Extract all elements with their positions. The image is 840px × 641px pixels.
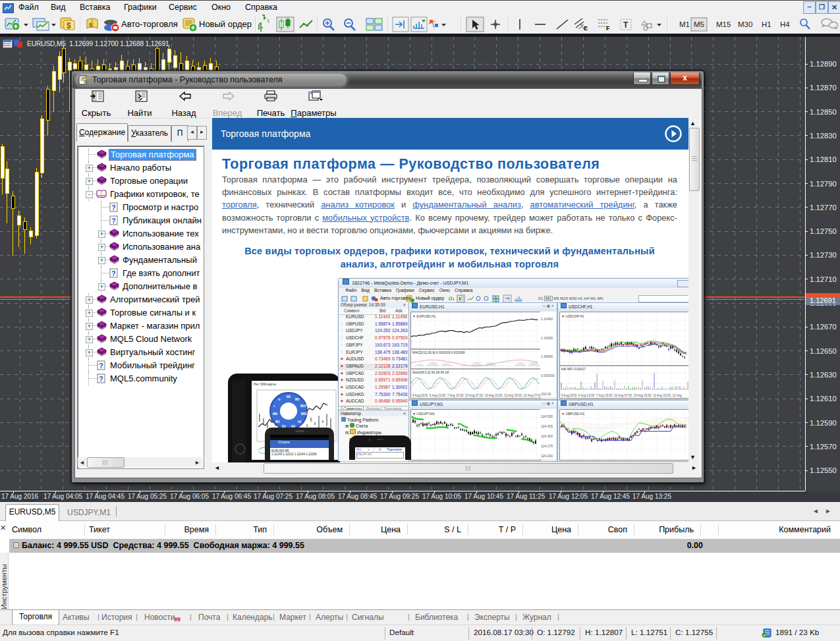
svg-text:1.12850: 1.12850 (810, 108, 837, 116)
svg-text:1.12570: 1.12570 (810, 443, 837, 451)
svg-text:M5: M5 (694, 20, 704, 28)
svg-text:1.12590: 1.12590 (810, 419, 837, 427)
svg-text:17 Aug 08:45: 17 Aug 08:45 (338, 493, 377, 500)
svg-text:17 Aug 11:25: 17 Aug 11:25 (507, 493, 546, 500)
svg-text:M15: M15 (716, 20, 731, 28)
svg-text:▼ USDJPY,M1: ▼ USDJPY,M1 (412, 412, 435, 416)
svg-text:1.12670: 1.12670 (810, 323, 837, 331)
svg-text:17 Aug 10:05: 17 Aug 10:05 (422, 493, 461, 500)
svg-text:1.12650: 1.12650 (810, 347, 837, 355)
svg-text:▼ USDCHF,H1: ▼ USDCHF,H1 (561, 314, 584, 318)
svg-text:1.12890: 1.12890 (810, 60, 837, 68)
svg-text:?: ? (82, 75, 88, 85)
svg-text:1: 1 (267, 18, 270, 24)
svg-text:17 Aug 2016: 17 Aug 2016 (1, 493, 39, 500)
svg-text:6 Aug 2015 6 Aug 23:00 7 Aug: 6 Aug 2015 6 Aug 23:00 7 Aug 15:00 10 Au… (412, 394, 540, 397)
svg-text:17 Aug 06:05: 17 Aug 06:05 (170, 493, 209, 500)
svg-text:$: $ (67, 21, 71, 30)
svg-text:bW MFI 0.03027: bW MFI 0.03027 (561, 367, 586, 371)
svg-text:1.12710: 1.12710 (810, 275, 837, 283)
svg-text:17 Aug 13:25: 17 Aug 13:25 (632, 493, 671, 500)
svg-text:17 Aug 08:05: 17 Aug 08:05 (296, 493, 335, 500)
svg-text:1.12730: 1.12730 (810, 251, 837, 259)
svg-text:MACD(12,26,9) 0.003019 0.00206: MACD(12,26,9) 0.003019 0.002069 (412, 350, 464, 354)
svg-text:1.12770: 1.12770 (810, 204, 837, 211)
svg-text:17 Aug 12:45: 17 Aug 12:45 (591, 493, 630, 500)
svg-text:17 Aug 12:05: 17 Aug 12:05 (549, 493, 588, 500)
svg-text:17 Aug 06:45: 17 Aug 06:45 (212, 493, 251, 500)
svg-text:▼ GBPUSD,H1: ▼ GBPUSD,H1 (561, 412, 584, 416)
svg-text:▼ EURUSD,H1: ▼ EURUSD,H1 (412, 314, 435, 318)
svg-text:↻: ↻ (278, 398, 281, 401)
svg-text:1.12870: 1.12870 (810, 84, 837, 92)
svg-text:17 Aug 04:05: 17 Aug 04:05 (43, 493, 82, 500)
svg-text:M15: M15 (300, 404, 306, 408)
svg-text:1.12691: 1.12691 (810, 296, 836, 304)
svg-text:1.12550: 1.12550 (810, 466, 837, 474)
svg-text:E: E (584, 25, 588, 32)
svg-text:?: ? (99, 362, 103, 370)
svg-text:T: T (623, 20, 629, 30)
svg-text:?: ? (111, 204, 116, 211)
svg-text:?: ? (111, 269, 116, 277)
svg-text:M30: M30 (301, 412, 307, 416)
svg-text:1.12810: 1.12810 (810, 155, 837, 163)
svg-text:?: ? (99, 375, 103, 383)
svg-text:1.12830: 1.12830 (810, 132, 837, 140)
svg-text:M30: M30 (738, 20, 752, 28)
svg-text:Stoch(8,3,3) 91.18 90.18: Stoch(8,3,3) 91.18 90.18 (412, 370, 449, 374)
svg-text:17 Aug 04:45: 17 Aug 04:45 (86, 493, 125, 500)
svg-text:MN: MN (273, 412, 277, 416)
svg-text:17 Aug 09:25: 17 Aug 09:25 (380, 493, 419, 500)
svg-text:H4: H4 (780, 20, 790, 28)
svg-text:6 Aug 2015 6 Aug 23:00 7 Aug: 6 Aug 2015 6 Aug 23:00 7 Aug 15:00 10 Au… (561, 394, 682, 397)
svg-text:1.12790: 1.12790 (810, 180, 837, 188)
svg-text:+: + (273, 404, 275, 408)
svg-text:H1: H1 (298, 420, 302, 424)
svg-text:W1: W1 (275, 420, 280, 424)
svg-text:F: F (606, 25, 610, 32)
svg-text:1.12610: 1.12610 (810, 395, 837, 403)
svg-text:M1: M1 (679, 20, 690, 28)
svg-text:17 Aug 05:25: 17 Aug 05:25 (128, 493, 167, 500)
svg-text:Новый ордер: Новый ордер (199, 19, 252, 29)
svg-text:?: ? (111, 217, 116, 225)
svg-text:17 Aug 10:45: 17 Aug 10:45 (464, 493, 503, 500)
svg-text:M1: M1 (287, 395, 291, 399)
svg-text:1.12750: 1.12750 (810, 227, 837, 235)
svg-text:Авто-торговля: Авто-торговля (121, 19, 178, 29)
svg-text:5: 5 (89, 22, 92, 28)
svg-text:M5: M5 (295, 398, 300, 401)
svg-text:1.12630: 1.12630 (810, 371, 837, 379)
svg-text:H1: H1 (762, 20, 771, 28)
svg-text:EURUSD,M5 1.12699 1.12700 1.1: EURUSD,M5 1.12699 1.12700 1.12688 1.1269… (27, 40, 169, 47)
svg-text:17 Aug 07:25: 17 Aug 07:25 (254, 493, 293, 500)
